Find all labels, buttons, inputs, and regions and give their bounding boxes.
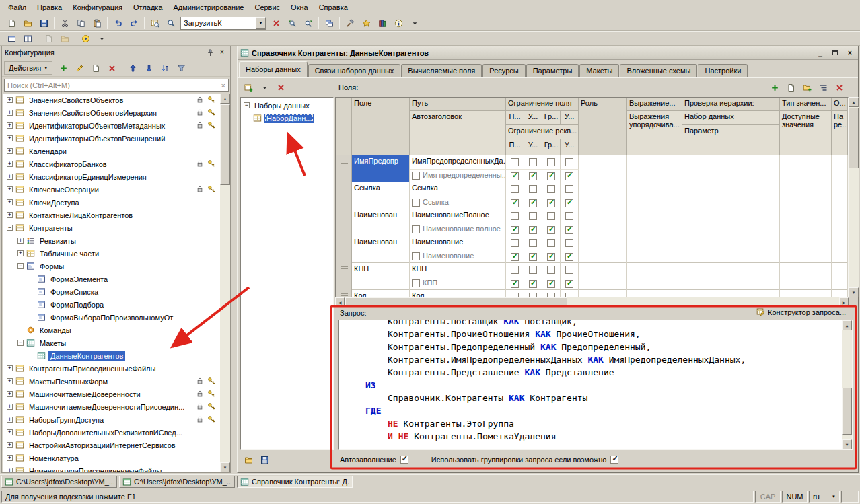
tree-expander[interactable]: + xyxy=(7,199,13,205)
plus-button[interactable] xyxy=(55,61,71,75)
tree-item[interactable]: +Номенклатура xyxy=(3,452,220,464)
tree-item[interactable]: +Реквизиты xyxy=(3,234,220,247)
restriction-attr-checkbox[interactable] xyxy=(529,226,537,234)
tab[interactable]: Связи наборов данных xyxy=(308,64,401,77)
column-header-type[interactable]: Тип значен... xyxy=(780,98,832,111)
restriction-checkbox[interactable] xyxy=(547,158,555,166)
taskbar-button[interactable]: C:\Users\jdfox\Desktop\УМ_... xyxy=(1,476,117,488)
tree-item[interactable]: ФормаВыбораПоПроизвольномуОт xyxy=(3,311,220,324)
column-header-expression-sub[interactable]: Выражения упорядочива... xyxy=(627,111,682,155)
actions-menu-button[interactable]: Действия ▼ xyxy=(4,61,52,75)
restriction-attr-checkbox[interactable] xyxy=(529,172,537,180)
scroll-right-button[interactable]: ▶ xyxy=(839,297,849,307)
column-header-last[interactable]: О... xyxy=(832,98,848,111)
field-path-cell[interactable]: НаименованиеПолное xyxy=(410,209,506,223)
pencil-button[interactable] xyxy=(71,61,87,75)
field-row[interactable]: НаименованНаименованиеНаименование xyxy=(336,236,848,263)
folder-add-button[interactable] xyxy=(799,81,815,95)
restriction-checkbox[interactable] xyxy=(529,185,537,193)
restriction-attr-checkbox[interactable] xyxy=(547,172,555,180)
tree-expander[interactable]: + xyxy=(7,365,13,371)
field-name-cell[interactable]: Ссылка xyxy=(352,182,410,209)
tree-item[interactable]: +ИдентификаторыОбъектовМетаданных xyxy=(3,119,220,132)
tab[interactable]: Ресурсы xyxy=(482,64,525,77)
column-header-last-sub[interactable]: Па ре... xyxy=(832,111,848,155)
row-handle[interactable] xyxy=(336,209,352,236)
tree-item[interactable]: +НаборыГруппДоступа xyxy=(3,413,220,426)
cut-button[interactable] xyxy=(57,16,73,30)
info-button[interactable] xyxy=(390,16,406,30)
restriction-attr-checkbox[interactable] xyxy=(529,253,537,261)
tab[interactable]: Вложенные схемы xyxy=(620,64,697,77)
restriction-attr-checkbox[interactable] xyxy=(565,280,573,288)
menu-item[interactable]: Справка xyxy=(314,1,353,13)
books-button[interactable] xyxy=(374,16,390,30)
run-button[interactable] xyxy=(77,32,94,46)
tree-item[interactable]: +КлассификаторЕдиницИзмерения xyxy=(3,170,220,183)
tree-expander[interactable]: + xyxy=(7,429,13,435)
field-path-cell[interactable]: ИмяПредопределенныхДа... xyxy=(410,155,506,169)
find-in-table-button[interactable] xyxy=(147,16,163,30)
restriction-checkbox[interactable] xyxy=(529,293,537,297)
clear-button[interactable] xyxy=(831,81,847,95)
column-header-restriction-attrs[interactable]: Ограничение рекв... xyxy=(506,125,579,139)
restriction-checkbox[interactable] xyxy=(565,185,573,193)
column-header-field[interactable]: Поле xyxy=(352,98,410,155)
menu-item[interactable]: Отладка xyxy=(128,1,168,13)
tree-item[interactable]: +НастройкиАвторизацииИнтернетСервисов xyxy=(3,439,220,452)
funnel-button[interactable] xyxy=(173,61,189,75)
plus-button[interactable] xyxy=(766,81,783,95)
search-next-button[interactable] xyxy=(300,16,316,30)
restriction-checkbox[interactable] xyxy=(511,185,519,193)
restriction-checkbox[interactable] xyxy=(529,239,537,247)
column-header-restriction[interactable]: Ограничение поля xyxy=(506,98,579,111)
tab[interactable]: Настройки xyxy=(698,64,748,77)
tree-expander[interactable]: + xyxy=(7,442,13,448)
tree-item[interactable]: +Календари xyxy=(3,145,220,157)
restriction-checkbox[interactable] xyxy=(547,185,555,193)
levels-button[interactable] xyxy=(815,81,831,95)
tree-expander[interactable]: − xyxy=(7,225,13,231)
field-autotitle-cell[interactable]: Имя предопределенны... xyxy=(410,169,506,182)
restriction-checkbox[interactable] xyxy=(565,212,573,220)
new-doc-button[interactable] xyxy=(783,81,799,95)
restriction-checkbox[interactable] xyxy=(547,239,555,247)
tree-expander[interactable]: + xyxy=(7,122,13,129)
star-button[interactable] xyxy=(358,16,374,30)
caret-button[interactable] xyxy=(94,32,110,46)
table-add-button[interactable] xyxy=(240,81,256,95)
tree-expander[interactable]: + xyxy=(7,174,13,180)
column-header-path[interactable]: Путь xyxy=(410,98,506,111)
restriction-attr-checkbox[interactable] xyxy=(565,226,573,234)
dataset-root[interactable]: −Наборы данных xyxy=(241,99,333,112)
tree-item[interactable]: ФормаСписка xyxy=(3,285,220,298)
copy-button[interactable] xyxy=(73,16,89,30)
new-doc-button[interactable] xyxy=(87,61,104,75)
tree-item[interactable]: −Формы xyxy=(3,260,220,273)
tree-expander[interactable]: + xyxy=(7,404,13,410)
field-row[interactable]: СсылкаСсылкаСсылка xyxy=(336,182,848,209)
undo-button[interactable] xyxy=(110,16,126,30)
clear-button[interactable] xyxy=(273,81,289,95)
search-prev-button[interactable] xyxy=(284,16,300,30)
menu-item[interactable]: Сервис xyxy=(249,1,285,13)
column-header-hierarchy[interactable]: Проверка иерархии: xyxy=(682,98,780,111)
restriction-checkbox[interactable] xyxy=(511,239,519,247)
restriction-attr-checkbox[interactable] xyxy=(565,199,573,207)
sort-button[interactable] xyxy=(157,61,173,75)
autotitle-checkbox[interactable] xyxy=(412,279,420,287)
tree-item[interactable]: +НаборыДополнительныхРеквизитовИСвед... xyxy=(3,426,220,439)
tree-item[interactable]: ФормаПодбора xyxy=(3,298,220,311)
scrollbar-thumb[interactable] xyxy=(842,388,852,435)
windows-button[interactable] xyxy=(321,16,337,30)
autotitle-checkbox[interactable] xyxy=(412,225,420,233)
column-header-autotitle[interactable]: Автозаголовок xyxy=(410,111,506,155)
clear-button[interactable] xyxy=(268,16,284,30)
maximize-icon[interactable] xyxy=(830,48,840,58)
row-handle[interactable] xyxy=(336,290,352,297)
pin-icon[interactable] xyxy=(205,48,215,57)
taskbar-button[interactable]: C:\Users\jdfox\Desktop\УМ_... xyxy=(119,476,235,488)
tab[interactable]: Наборы данных xyxy=(239,61,308,77)
hammer-button[interactable] xyxy=(342,16,358,30)
autotitle-checkbox[interactable] xyxy=(412,172,420,180)
